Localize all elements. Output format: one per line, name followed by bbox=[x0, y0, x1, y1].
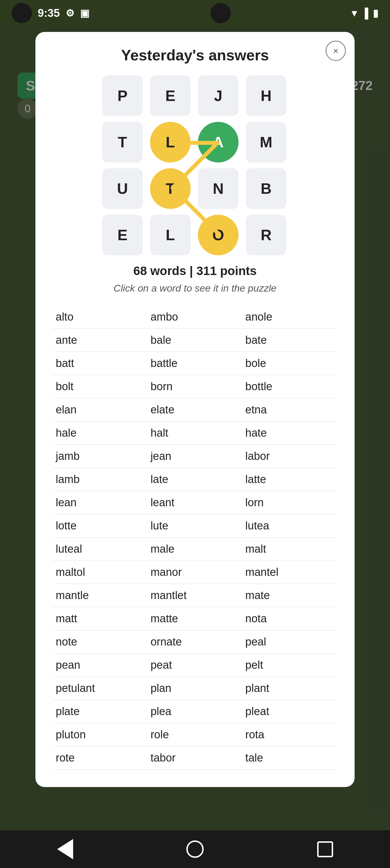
word-item[interactable]: mantlet bbox=[148, 584, 243, 607]
word-item[interactable]: mate bbox=[242, 584, 337, 607]
letter-cell-E2: E bbox=[102, 215, 143, 255]
letter-cell-U: U bbox=[102, 168, 143, 209]
word-item[interactable]: mantle bbox=[53, 584, 148, 607]
letter-cell-L1: L bbox=[150, 122, 191, 162]
word-item[interactable]: pean bbox=[53, 654, 148, 677]
word-item[interactable]: matte bbox=[148, 607, 243, 630]
word-item[interactable]: hale bbox=[53, 422, 148, 445]
word-item[interactable]: male bbox=[148, 537, 243, 561]
letter-cell-R: R bbox=[246, 215, 287, 255]
answers-modal: × Yesterday's answers P E J H T L A M bbox=[35, 32, 355, 787]
status-bar: 9:35 ⚙ ▣ ▾ ▐ ▮ bbox=[0, 0, 390, 26]
letter-cell-P: P bbox=[102, 75, 143, 116]
hint-line: Click on a word to see it in the puzzle bbox=[53, 283, 337, 294]
word-item[interactable]: pluton bbox=[53, 723, 148, 746]
word-item[interactable]: ornate bbox=[148, 630, 243, 654]
word-item[interactable]: bolt bbox=[53, 375, 148, 398]
home-button[interactable] bbox=[183, 838, 207, 861]
signal-icon: ▐ bbox=[361, 7, 368, 19]
word-item[interactable]: nota bbox=[242, 607, 337, 630]
letter-cell-H: H bbox=[246, 75, 287, 116]
word-item[interactable]: battle bbox=[148, 352, 243, 375]
word-item[interactable]: ante bbox=[53, 329, 148, 352]
nav-bar bbox=[0, 830, 390, 868]
letter-cell-J: J bbox=[198, 75, 239, 116]
word-item[interactable]: etna bbox=[242, 398, 337, 422]
letter-grid: P E J H T L A M U T N B E L bbox=[102, 75, 288, 255]
word-item[interactable]: tabor bbox=[148, 746, 243, 770]
battery-icon: ▮ bbox=[373, 7, 379, 19]
word-item[interactable]: jamb bbox=[53, 445, 148, 468]
word-item[interactable]: pleat bbox=[242, 700, 337, 723]
word-item[interactable]: matt bbox=[53, 607, 148, 630]
letter-grid-container: P E J H T L A M U T N B E L bbox=[102, 75, 288, 255]
word-item[interactable]: jean bbox=[148, 445, 243, 468]
word-item[interactable]: plant bbox=[242, 677, 337, 700]
word-item[interactable]: peat bbox=[148, 654, 243, 677]
status-time: 9:35 bbox=[38, 7, 60, 20]
close-button[interactable]: × bbox=[326, 41, 346, 61]
word-item[interactable]: lute bbox=[148, 514, 243, 537]
word-item[interactable]: pelt bbox=[242, 654, 337, 677]
word-item[interactable]: lutea bbox=[242, 514, 337, 537]
back-button[interactable] bbox=[53, 838, 77, 861]
word-item[interactable]: anole bbox=[242, 306, 337, 329]
word-item[interactable]: elate bbox=[148, 398, 243, 422]
word-item[interactable]: alto bbox=[53, 306, 148, 329]
modal-overlay: × Yesterday's answers P E J H T L A M bbox=[0, 26, 390, 830]
back-icon bbox=[57, 839, 73, 859]
letter-cell-B: B bbox=[246, 168, 287, 209]
word-item[interactable]: latte bbox=[242, 468, 337, 491]
letter-cell-T1: T bbox=[102, 122, 143, 162]
word-item[interactable]: born bbox=[148, 375, 243, 398]
recent-button[interactable] bbox=[313, 838, 337, 861]
word-item[interactable]: batt bbox=[53, 352, 148, 375]
word-item[interactable]: leant bbox=[148, 491, 243, 514]
word-item[interactable]: petulant bbox=[53, 677, 148, 700]
wifi-icon: ▾ bbox=[352, 7, 357, 19]
word-item[interactable]: ambo bbox=[148, 306, 243, 329]
word-item[interactable]: plate bbox=[53, 700, 148, 723]
recent-icon bbox=[317, 841, 333, 857]
letter-cell-E: E bbox=[150, 75, 191, 116]
screenshot-icon: ▣ bbox=[80, 7, 89, 19]
letter-cell-M: M bbox=[246, 122, 287, 162]
word-item[interactable]: lamb bbox=[53, 468, 148, 491]
word-item[interactable]: hate bbox=[242, 422, 337, 445]
letter-cell-O: O bbox=[198, 215, 239, 255]
word-item[interactable]: halt bbox=[148, 422, 243, 445]
word-item[interactable]: rote bbox=[53, 746, 148, 770]
word-item[interactable]: maltol bbox=[53, 561, 148, 584]
home-icon bbox=[186, 840, 204, 858]
status-circle-icon bbox=[11, 3, 32, 23]
word-item[interactable]: note bbox=[53, 630, 148, 654]
word-item[interactable]: role bbox=[148, 723, 243, 746]
status-left: 9:35 ⚙ ▣ bbox=[11, 3, 89, 23]
word-item[interactable]: plea bbox=[148, 700, 243, 723]
word-item[interactable]: lotte bbox=[53, 514, 148, 537]
word-item[interactable]: bale bbox=[148, 329, 243, 352]
word-item[interactable]: luteal bbox=[53, 537, 148, 561]
word-item[interactable]: rota bbox=[242, 723, 337, 746]
word-item[interactable]: plan bbox=[148, 677, 243, 700]
letter-cell-A: A bbox=[198, 122, 239, 162]
word-item[interactable]: manor bbox=[148, 561, 243, 584]
word-item[interactable]: late bbox=[148, 468, 243, 491]
settings-icon: ⚙ bbox=[66, 7, 74, 19]
letter-cell-L2: L bbox=[150, 215, 191, 255]
stats-line: 68 words | 311 points bbox=[53, 264, 337, 278]
word-item[interactable]: peal bbox=[242, 630, 337, 654]
letter-cell-N: N bbox=[198, 168, 239, 209]
game-background: S 0 ? 272 × Yesterday's answers P E J H bbox=[0, 26, 390, 830]
word-item[interactable]: lean bbox=[53, 491, 148, 514]
word-item[interactable]: mantel bbox=[242, 561, 337, 584]
word-item[interactable]: bole bbox=[242, 352, 337, 375]
word-item[interactable]: tale bbox=[242, 746, 337, 770]
letter-cell-T2: T bbox=[150, 168, 191, 209]
word-item[interactable]: labor bbox=[242, 445, 337, 468]
word-item[interactable]: lorn bbox=[242, 491, 337, 514]
word-item[interactable]: malt bbox=[242, 537, 337, 561]
word-item[interactable]: bate bbox=[242, 329, 337, 352]
word-item[interactable]: elan bbox=[53, 398, 148, 422]
word-item[interactable]: bottle bbox=[242, 375, 337, 398]
